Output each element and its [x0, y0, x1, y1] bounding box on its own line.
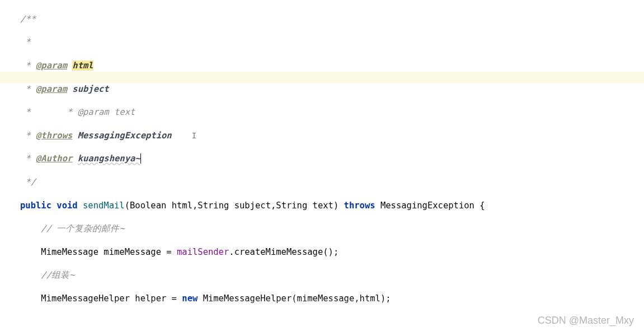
- param-tag-inner: @param: [78, 107, 109, 117]
- kw-void: void: [57, 201, 77, 211]
- helper-ctor: MimeMessageHelper(mimeMessage,html);: [198, 293, 391, 304]
- comment-1: // 一个复杂的邮件~: [41, 223, 124, 234]
- param-tag: @param: [36, 84, 67, 94]
- code-editor[interactable]: /** * * @param html * @param subject * *…: [0, 0, 644, 331]
- comment-2: //组装~: [41, 270, 74, 280]
- kw-public: public: [20, 201, 51, 211]
- exception-type: MessagingException: [380, 201, 474, 211]
- author-tag: @Author: [36, 153, 72, 164]
- param-html: html: [72, 60, 93, 71]
- helper-decl: MimeMessageHelper helper =: [41, 293, 182, 304]
- param-text: text: [114, 107, 135, 117]
- method-params: (Boolean html,String subject,String text…: [125, 201, 344, 211]
- method-name: sendMail: [83, 201, 125, 211]
- doc-star: *: [20, 37, 31, 47]
- param-tag: @param: [36, 60, 67, 71]
- throws-val: MessagingException: [78, 130, 172, 141]
- doc-open: /**: [20, 14, 36, 24]
- watermark: CSDN @Master_Mxy: [538, 315, 634, 327]
- param-subject: subject: [72, 84, 109, 94]
- create-call: .createMimeMessage();: [229, 247, 339, 257]
- text-cursor-icon: [140, 153, 142, 164]
- doc-close: */: [20, 177, 36, 187]
- text-caret-indicator: I: [192, 131, 196, 140]
- throws-tag: @throws: [36, 130, 72, 141]
- open-brace: {: [474, 201, 485, 211]
- field-mailsender: mailSender: [177, 247, 229, 257]
- kw-new: new: [182, 293, 198, 304]
- kw-throws: throws: [344, 201, 375, 211]
- mime-decl: MimeMessage mimeMessage =: [41, 247, 177, 257]
- author-val: kuangshenya~: [78, 153, 140, 164]
